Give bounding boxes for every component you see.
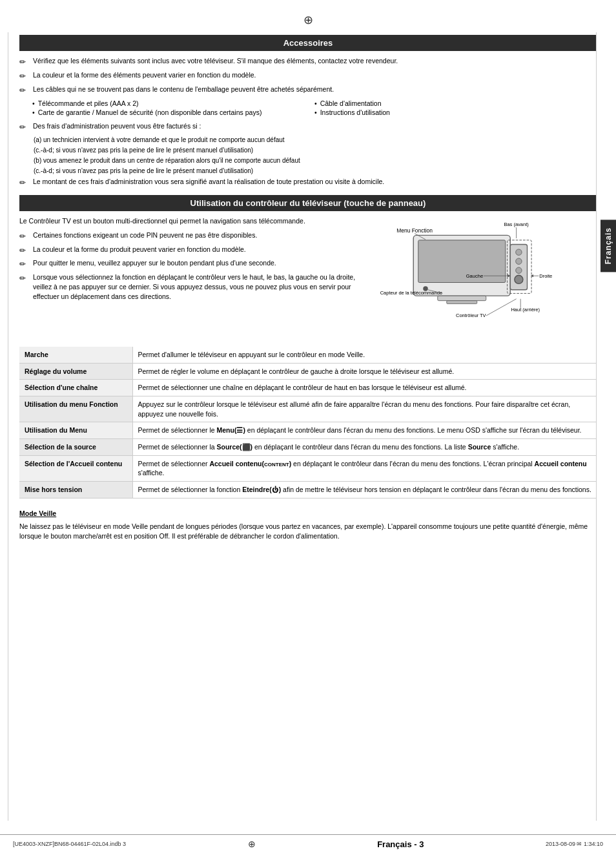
accessories-bullet-grid: • Télécommande et piles (AAA x 2) • Câbl… bbox=[32, 99, 597, 118]
admin-footer-icon: ✏ bbox=[19, 178, 31, 189]
footer-center: Français - 3 bbox=[377, 839, 424, 849]
ctrl-note-icon-1: ✏ bbox=[19, 231, 31, 242]
svg-text:Bas (avant): Bas (avant) bbox=[504, 221, 529, 227]
function-table: MarchePermet d'allumer le téléviseur en … bbox=[19, 347, 597, 498]
mode-veille-section: Mode Veille Ne laissez pas le téléviseur… bbox=[19, 509, 597, 542]
table-row: Réglage du volumePermet de régler le vol… bbox=[19, 363, 597, 380]
svg-point-6 bbox=[516, 258, 522, 264]
table-cell-label: Utilisation du Menu bbox=[19, 422, 132, 439]
ctrl-note-text-1: Certaines fonctions exigeant un code PIN… bbox=[33, 231, 371, 240]
table-cell-label: Marche bbox=[19, 347, 132, 363]
table-cell-label: Sélection d'une chaîne bbox=[19, 380, 132, 396]
svg-point-7 bbox=[516, 267, 522, 273]
bullet-cable: • Câble d'alimentation bbox=[314, 99, 597, 107]
ctrl-note-1: ✏ Certaines fonctions exigeant un code P… bbox=[19, 231, 371, 242]
admin-footer-note: ✏ Le montant de ces frais d'administrati… bbox=[19, 177, 597, 189]
controller-content: Le Contrôleur TV est un bouton multi-dir… bbox=[19, 216, 597, 340]
footer-left: [UE4003-XNZF]BN68-04461F-02L04.indb 3 bbox=[13, 841, 126, 847]
controller-header: Utilisation du contrôleur du téléviseur … bbox=[19, 195, 597, 211]
table-cell-label: Mise hors tension bbox=[19, 482, 132, 498]
border-right bbox=[596, 32, 597, 821]
table-cell-description: Permet de sélectionner la fonction Etein… bbox=[132, 482, 597, 498]
table-cell-label: Sélection de la source bbox=[19, 439, 132, 456]
svg-rect-3 bbox=[447, 301, 477, 304]
accessories-header: Accessoires bbox=[19, 35, 597, 51]
table-cell-description: Permet de régler le volume en déplaçant … bbox=[132, 363, 597, 380]
svg-rect-2 bbox=[438, 296, 486, 301]
table-row: Sélection de l'Accueil contenuPermet de … bbox=[19, 455, 597, 481]
table-cell-description: Permet d'allumer le téléviseur en appuya… bbox=[132, 347, 597, 363]
bullet-telecommande: • Télécommande et piles (AAA x 2) bbox=[32, 99, 314, 107]
accessories-note-2-text: La couleur et la forme des éléments peuv… bbox=[33, 70, 597, 80]
ctrl-note-icon-4: ✏ bbox=[19, 273, 31, 284]
bullet-carte: • Carte de garantie / Manuel de sécurité… bbox=[32, 108, 314, 116]
svg-point-5 bbox=[516, 249, 522, 255]
controller-section: Utilisation du contrôleur du téléviseur … bbox=[19, 195, 597, 498]
ctrl-note-2: ✏ La couleur et la forme du produit peuv… bbox=[19, 245, 371, 256]
ctrl-note-text-2: La couleur et la forme du produit peuven… bbox=[33, 245, 371, 254]
bullet-instructions: • Instructions d'utilisation bbox=[314, 108, 597, 116]
table-cell-description: Permet de sélectionner Accueil contenu(C… bbox=[132, 455, 597, 481]
controller-diagram: Menu Fonction Bas (avant) Gauche Droite … bbox=[377, 216, 597, 340]
accessories-note-1-text: Vérifiez que les éléments suivants sont … bbox=[33, 56, 597, 66]
table-cell-label: Réglage du volume bbox=[19, 363, 132, 380]
admin-note-text: Des frais d'administration peuvent vous … bbox=[33, 121, 597, 131]
table-cell-description: Appuyez sur le contrôleur lorsque le tél… bbox=[132, 396, 597, 422]
table-row: MarchePermet d'allumer le téléviseur en … bbox=[19, 347, 597, 363]
footer-right: 2013-08-09 ✉ 1:34:10 bbox=[546, 841, 603, 847]
top-symbol: ⊕ bbox=[19, 13, 597, 27]
ctrl-note-text-3: Pour quitter le menu, veuillez appuyer s… bbox=[33, 258, 371, 268]
table-cell-label: Sélection de l'Accueil contenu bbox=[19, 455, 132, 481]
admin-item-1: (c.-à-d; si vous n'avez pas pris la pein… bbox=[34, 146, 597, 155]
admin-item-0: (a) un technicien intervient à votre dem… bbox=[34, 136, 597, 145]
note-icon-3: ✏ bbox=[19, 85, 31, 96]
mode-veille-text: Ne laissez pas le téléviseur en mode Vei… bbox=[19, 522, 597, 542]
accessories-note-1: ✏ Vérifiez que les éléments suivants son… bbox=[19, 56, 597, 68]
table-cell-description: Permet de sélectionner le Menu(☰) en dép… bbox=[132, 422, 597, 439]
controller-intro: Le Contrôleur TV est un bouton multi-dir… bbox=[19, 216, 371, 227]
ctrl-note-4: ✏ Lorsque vous sélectionnez la fonction … bbox=[19, 272, 371, 301]
svg-text:Droite: Droite bbox=[539, 273, 552, 279]
table-row: Sélection de la sourcePermet de sélectio… bbox=[19, 439, 597, 456]
tv-controller-svg: Menu Fonction Bas (avant) Gauche Droite … bbox=[377, 216, 571, 339]
svg-rect-1 bbox=[418, 240, 506, 283]
page: Français ⊕ Accessoires ✏ Vérifiez que le… bbox=[0, 0, 616, 853]
footer: [UE4003-XNZF]BN68-04461F-02L04.indb 3 ⊕ … bbox=[0, 834, 616, 853]
note-icon-1: ✏ bbox=[19, 57, 31, 68]
ctrl-note-text-4: Lorsque vous sélectionnez la fonction en… bbox=[33, 272, 371, 301]
border-left bbox=[8, 32, 8, 821]
svg-text:Menu Fonction: Menu Fonction bbox=[396, 227, 433, 234]
table-row: Utilisation du menu FonctionAppuyez sur … bbox=[19, 396, 597, 422]
svg-text:Contrôleur TV: Contrôleur TV bbox=[456, 313, 486, 318]
accessories-note-3: ✏ Les câbles qui ne se trouvent pas dans… bbox=[19, 85, 597, 96]
language-tab: Français bbox=[601, 220, 616, 272]
ctrl-note-3: ✏ Pour quitter le menu, veuillez appuyer… bbox=[19, 258, 371, 270]
mode-veille-title: Mode Veille bbox=[19, 509, 597, 519]
ctrl-note-icon-3: ✏ bbox=[19, 259, 31, 270]
admin-section: ✏ Des frais d'administration peuvent vou… bbox=[19, 121, 597, 189]
note-icon-2: ✏ bbox=[19, 71, 31, 82]
table-cell-description: Permet de sélectionner une chaîne en dép… bbox=[132, 380, 597, 396]
ctrl-note-icon-2: ✏ bbox=[19, 245, 31, 256]
svg-point-8 bbox=[515, 275, 523, 283]
svg-text:Gauche: Gauche bbox=[466, 273, 483, 279]
table-cell-label: Utilisation du menu Fonction bbox=[19, 396, 132, 422]
admin-footer-text: Le montant de ces frais d'administration… bbox=[33, 177, 597, 187]
svg-text:Haut (arrière): Haut (arrière) bbox=[511, 307, 540, 313]
table-row: Utilisation du MenuPermet de sélectionne… bbox=[19, 422, 597, 439]
controller-left-text: Le Contrôleur TV est un bouton multi-dir… bbox=[19, 216, 371, 340]
table-row: Mise hors tensionPermet de sélectionner … bbox=[19, 482, 597, 498]
accessories-note-3-text: Les câbles qui ne se trouvent pas dans l… bbox=[33, 85, 597, 94]
table-row: Sélection d'une chaînePermet de sélectio… bbox=[19, 380, 597, 396]
admin-note-main: ✏ Des frais d'administration peuvent vou… bbox=[19, 121, 597, 133]
table-cell-description: Permet de sélectionner la Source(⬛) en d… bbox=[132, 439, 597, 456]
admin-note-icon: ✏ bbox=[19, 122, 31, 133]
footer-symbol: ⊕ bbox=[248, 839, 256, 849]
admin-item-3: (c.-à-d; si vous n'avez pas pris la pein… bbox=[34, 167, 597, 176]
accessories-note-2: ✏ La couleur et la forme des éléments pe… bbox=[19, 70, 597, 82]
admin-item-2: (b) vous amenez le produit dans un centr… bbox=[34, 156, 597, 165]
